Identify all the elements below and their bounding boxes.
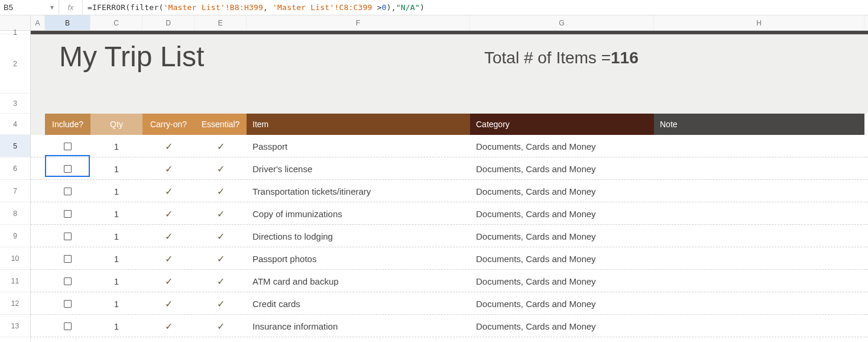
note-cell[interactable] bbox=[654, 135, 864, 157]
category-cell[interactable]: Documents, Cards and Money bbox=[470, 135, 654, 157]
qty-cell[interactable]: 1 bbox=[90, 180, 142, 202]
row-header[interactable]: 5 bbox=[0, 135, 30, 157]
col-header-E[interactable]: E bbox=[195, 15, 247, 30]
qty-cell[interactable]: 1 bbox=[90, 135, 142, 157]
note-cell[interactable] bbox=[654, 157, 864, 180]
row-header[interactable]: 7 bbox=[0, 180, 30, 202]
col-header-F[interactable]: F bbox=[247, 15, 470, 30]
category-cell[interactable]: Documents, Cards and Money bbox=[470, 157, 654, 180]
col-header-G[interactable]: G bbox=[470, 15, 654, 30]
name-box-dropdown-icon[interactable]: ▼ bbox=[49, 4, 55, 11]
carryon-cell[interactable]: ✓ bbox=[142, 202, 195, 225]
note-cell[interactable] bbox=[654, 225, 864, 247]
category-cell[interactable]: Documents, Cards and Money bbox=[470, 202, 654, 225]
row-header[interactable]: 4 bbox=[0, 114, 30, 135]
include-checkbox[interactable] bbox=[45, 315, 90, 337]
table-row[interactable]: 1✓✓Copy of immunizationsDocuments, Cards… bbox=[31, 202, 868, 225]
row-header[interactable]: 2 bbox=[0, 34, 30, 93]
item-cell[interactable]: Transportation tickets/itinerary bbox=[247, 180, 470, 202]
include-checkbox[interactable] bbox=[45, 292, 90, 315]
qty-cell[interactable]: 1 bbox=[90, 157, 142, 180]
col-header-H[interactable]: H bbox=[654, 15, 864, 30]
category-cell[interactable]: Documents, Cards and Money bbox=[470, 247, 654, 270]
qty-cell[interactable]: 1 bbox=[90, 315, 142, 337]
col-note[interactable]: Note bbox=[654, 114, 864, 135]
col-header-B[interactable]: B bbox=[45, 15, 90, 30]
qty-cell[interactable]: 1 bbox=[90, 270, 142, 292]
table-row[interactable]: 1✓✓Directions to lodgingDocuments, Cards… bbox=[31, 225, 868, 247]
essential-cell[interactable]: ✓ bbox=[195, 315, 247, 337]
col-essential[interactable]: Essential? bbox=[195, 114, 247, 135]
col-include[interactable]: Include? bbox=[45, 114, 90, 135]
essential-cell[interactable]: ✓ bbox=[195, 270, 247, 292]
include-checkbox[interactable] bbox=[45, 225, 90, 247]
table-row[interactable]: 1✓✓ATM card and backupDocuments, Cards a… bbox=[31, 270, 868, 292]
essential-cell[interactable]: ✓ bbox=[195, 135, 247, 157]
carryon-cell[interactable]: ✓ bbox=[142, 315, 195, 337]
carryon-cell[interactable]: ✓ bbox=[142, 292, 195, 315]
category-cell[interactable]: Documents, Cards and Money bbox=[470, 292, 654, 315]
item-cell[interactable]: Directions to lodging bbox=[247, 225, 470, 247]
include-checkbox[interactable] bbox=[45, 247, 90, 270]
essential-cell[interactable]: ✓ bbox=[195, 202, 247, 225]
item-cell[interactable]: ATM card and backup bbox=[247, 270, 470, 292]
item-cell[interactable]: Credit cards bbox=[247, 292, 470, 315]
essential-cell[interactable]: ✓ bbox=[195, 180, 247, 202]
essential-cell[interactable]: ✓ bbox=[195, 157, 247, 180]
carryon-cell[interactable]: ✓ bbox=[142, 157, 195, 180]
carryon-cell[interactable]: ✓ bbox=[142, 247, 195, 270]
include-checkbox[interactable] bbox=[45, 180, 90, 202]
item-cell[interactable]: Copy of immunizations bbox=[247, 202, 470, 225]
col-header-C[interactable]: C bbox=[90, 15, 142, 30]
item-cell[interactable]: Passport photos bbox=[247, 247, 470, 270]
table-row[interactable]: 1✓✓Insurance informationDocuments, Cards… bbox=[31, 315, 868, 337]
category-cell[interactable]: Documents, Cards and Money bbox=[470, 225, 654, 247]
note-cell[interactable] bbox=[654, 315, 864, 337]
table-row[interactable]: 1✓✓Credit cardsDocuments, Cards and Mone… bbox=[31, 292, 868, 315]
include-checkbox[interactable] bbox=[45, 202, 90, 225]
category-cell[interactable]: Documents, Cards and Money bbox=[470, 315, 654, 337]
include-checkbox[interactable] bbox=[45, 157, 90, 180]
table-row[interactable]: 1✓✓PassportDocuments, Cards and Money bbox=[31, 135, 868, 157]
carryon-cell[interactable]: ✓ bbox=[142, 225, 195, 247]
row-header[interactable]: 10 bbox=[0, 247, 30, 270]
qty-cell[interactable]: 1 bbox=[90, 247, 142, 270]
formula-input[interactable]: =IFERROR(filter('Master List'!B8:H399, '… bbox=[83, 3, 868, 12]
essential-cell[interactable]: ✓ bbox=[195, 225, 247, 247]
row-header[interactable]: 11 bbox=[0, 270, 30, 292]
row-header[interactable]: 13 bbox=[0, 315, 30, 337]
include-checkbox[interactable] bbox=[45, 270, 90, 292]
table-row[interactable]: 1✓✓Passport photosDocuments, Cards and M… bbox=[31, 247, 868, 270]
row-header[interactable]: 12 bbox=[0, 292, 30, 315]
note-cell[interactable] bbox=[654, 180, 864, 202]
col-item[interactable]: Item bbox=[247, 114, 470, 135]
note-cell[interactable] bbox=[654, 247, 864, 270]
item-cell[interactable]: Driver's license bbox=[247, 157, 470, 180]
col-header-A[interactable]: A bbox=[31, 15, 45, 30]
sheet-row[interactable]: My Trip List Total # of Items = 116 bbox=[31, 34, 868, 93]
row-header[interactable]: 9 bbox=[0, 225, 30, 247]
include-checkbox[interactable] bbox=[45, 135, 90, 157]
note-cell[interactable] bbox=[654, 270, 864, 292]
table-row[interactable]: 1✓✓Transportation tickets/itineraryDocum… bbox=[31, 180, 868, 202]
carryon-cell[interactable]: ✓ bbox=[142, 135, 195, 157]
carryon-cell[interactable]: ✓ bbox=[142, 180, 195, 202]
category-cell[interactable]: Documents, Cards and Money bbox=[470, 270, 654, 292]
qty-cell[interactable]: 1 bbox=[90, 292, 142, 315]
essential-cell[interactable]: ✓ bbox=[195, 247, 247, 270]
qty-cell[interactable]: 1 bbox=[90, 202, 142, 225]
col-header-D[interactable]: D bbox=[142, 15, 195, 30]
category-cell[interactable]: Documents, Cards and Money bbox=[470, 180, 654, 202]
item-cell[interactable]: Passport bbox=[247, 135, 470, 157]
row-header[interactable]: 3 bbox=[0, 93, 30, 114]
row-header[interactable]: 8 bbox=[0, 202, 30, 225]
qty-cell[interactable]: 1 bbox=[90, 225, 142, 247]
row-header[interactable]: 6 bbox=[0, 157, 30, 180]
note-cell[interactable] bbox=[654, 202, 864, 225]
col-category[interactable]: Category bbox=[470, 114, 654, 135]
essential-cell[interactable]: ✓ bbox=[195, 292, 247, 315]
col-qty[interactable]: Qty bbox=[90, 114, 142, 135]
item-cell[interactable]: Insurance information bbox=[247, 315, 470, 337]
name-box[interactable]: B5 ▼ bbox=[0, 0, 59, 15]
note-cell[interactable] bbox=[654, 292, 864, 315]
